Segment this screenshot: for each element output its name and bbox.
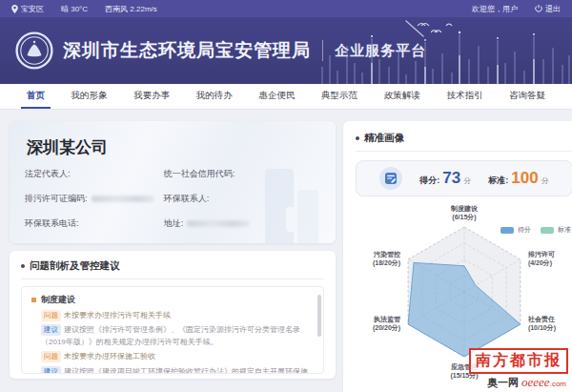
- analysis-section: 制度建设: [31, 294, 310, 307]
- header: 深圳市生态环境局宝安管理局 企业服务平台: [0, 17, 572, 84]
- portrait-title: 精准画像: [364, 132, 404, 145]
- report-icon: [379, 167, 402, 190]
- svg-text:社会责任(10/10分): 社会责任(10/10分): [527, 315, 556, 332]
- location-pin-icon: [11, 5, 18, 13]
- field-legal-rep: 法定代表人:: [25, 168, 164, 180]
- square-bullet-icon: [31, 298, 36, 302]
- svg-text:制度建设(6/15分): 制度建设(6/15分): [450, 204, 479, 221]
- main-nav: 首页 我的形象 我要办事 我的待办 惠企便民 典型示范 政策解读 技术指引 咨询…: [0, 84, 572, 110]
- location-label: 宝安区: [21, 4, 44, 14]
- divider: [356, 151, 572, 152]
- analysis-card: 问题剖析及管控建议 制度建设 问题未按要求办理排污许可相关手续 建议建议按照《排…: [10, 251, 336, 379]
- tab-home[interactable]: 首页: [21, 84, 51, 109]
- website-logo: 奥一网 oeeee.com: [469, 375, 568, 390]
- bureau-logo-icon: [15, 31, 53, 70]
- score-summary-pill: 得分: 73 分 标准: 100 分: [356, 160, 572, 196]
- analysis-problem: 问题未按要求办理环保施工验收: [31, 351, 310, 362]
- suggestion-tag: 建议: [41, 366, 61, 375]
- field-env-contact: 环保联系人:: [164, 193, 320, 205]
- problem-tag: 问题: [41, 351, 61, 362]
- power-icon: [535, 5, 542, 12]
- masked-value: [187, 220, 250, 227]
- tab-consult[interactable]: 咨询答疑: [503, 84, 551, 109]
- bullet-icon: [356, 136, 359, 140]
- platform-title: 企业服务平台: [335, 42, 426, 60]
- svg-text:执法监管(20/20分): 执法监管(20/20分): [373, 315, 400, 332]
- company-name: 深圳某公司: [27, 136, 320, 158]
- header-divider: [322, 40, 323, 61]
- weather-item: 晴 30°C: [61, 4, 88, 14]
- bullet-icon: [21, 264, 25, 268]
- analysis-title: 问题剖析及管控建议: [30, 259, 120, 273]
- logout-button[interactable]: 退出: [535, 4, 561, 14]
- standard-group: 标准: 100 分: [488, 169, 548, 188]
- masked-value: [92, 196, 154, 202]
- legend-score: 得分: [500, 225, 531, 235]
- tab-policy[interactable]: 政策解读: [378, 84, 426, 109]
- welcome-text: 欢迎您，用户: [472, 4, 518, 14]
- tab-tech-guide[interactable]: 技术指引: [440, 84, 488, 109]
- legend-standard: 标准: [541, 225, 571, 235]
- standard-value: 100: [511, 169, 538, 188]
- scrollbar[interactable]: [317, 295, 321, 337]
- score-value: 73: [442, 169, 460, 188]
- suggestion-tag: 建议: [41, 324, 61, 336]
- topbar: 宝安区 晴 30°C 西南风 2.22m/s 欢迎您，用户 退出: [0, 0, 572, 17]
- org-title: 深圳市生态环境局宝安管理局: [63, 38, 311, 63]
- score-group: 得分: 73 分: [419, 169, 471, 188]
- company-fields: 法定代表人: 统一社会信用代码: 排污许可证编码: 环保联系人: 环保联系电话:…: [25, 168, 320, 230]
- field-address: 地址:: [164, 217, 320, 230]
- legend-swatch-score: [500, 227, 514, 234]
- divider: [21, 279, 324, 279]
- location-item: 宝安区: [11, 4, 44, 14]
- analysis-problem: 问题未按要求办理排污许可相关手续: [31, 310, 310, 321]
- analysis-suggestion: 建议建议按照《建设项目竣工环境保护验收暂行办法》的规定自主开展环保施工验收。: [31, 366, 310, 375]
- field-permit-code: 排污许可证编码:: [25, 193, 164, 205]
- tab-my-image[interactable]: 我的形象: [65, 84, 112, 109]
- tab-model-cases[interactable]: 典型示范: [316, 84, 363, 109]
- problem-tag: 问题: [41, 310, 61, 321]
- legend-swatch-standard: [541, 227, 554, 234]
- newspaper-logo: 南方都市报: [469, 348, 568, 374]
- company-info-card: 深圳某公司 法定代表人: 统一社会信用代码: 排污许可证编码: 环保联系人: 环…: [10, 121, 336, 243]
- tab-my-services[interactable]: 我要办事: [128, 84, 175, 109]
- logout-label: 退出: [545, 4, 561, 14]
- chart-legend: 得分 标准: [500, 225, 571, 235]
- svg-text:排污许可(4/20分): 排污许可(4/20分): [527, 250, 555, 267]
- press-watermark: 南方都市报 奥一网 oeeee.com: [469, 348, 568, 390]
- svg-text:污染管控(18/20分): 污染管控(18/20分): [373, 250, 400, 267]
- field-env-phone: 环保联系电话:: [25, 217, 164, 230]
- wind-item: 西南风 2.22m/s: [105, 4, 157, 14]
- left-column: 深圳某公司 法定代表人: 统一社会信用代码: 排污许可证编码: 环保联系人: 环…: [10, 121, 336, 392]
- tab-my-todo[interactable]: 我的待办: [191, 84, 238, 109]
- field-credit-code: 统一社会信用代码:: [164, 168, 320, 180]
- analysis-list: 制度建设 问题未按要求办理排污许可相关手续 建议建议按照《排污许可管理条例》、《…: [21, 286, 324, 374]
- tab-enterprise-benefits[interactable]: 惠企便民: [253, 84, 300, 109]
- analysis-suggestion: 建议建议按照《排污许可管理条例》、《固定污染源排污许可分类管理名录（2019年版…: [31, 324, 310, 348]
